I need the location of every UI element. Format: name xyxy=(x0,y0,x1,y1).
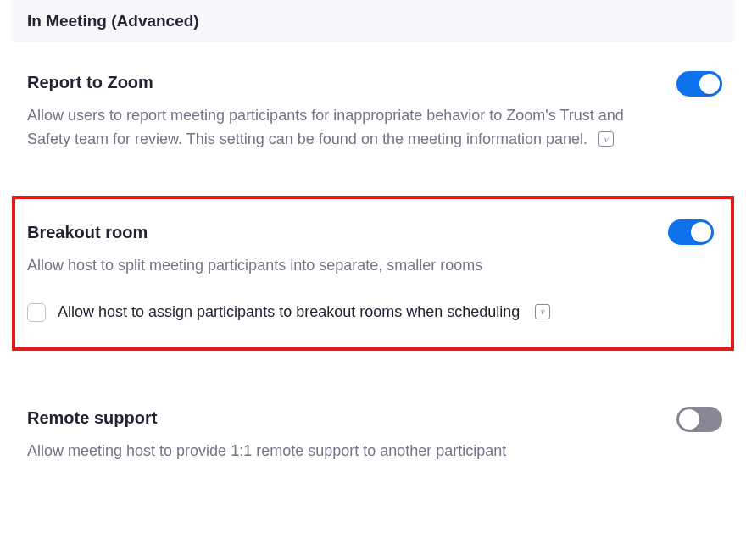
remote-support-title: Remote support xyxy=(27,408,719,428)
breakout-sub-option: Allow host to assign participants to bre… xyxy=(27,303,719,322)
setting-remote-support: Remote support Allow meeting host to pro… xyxy=(12,400,734,487)
spacer xyxy=(0,371,746,400)
assign-when-scheduling-label: Allow host to assign participants to bre… xyxy=(58,303,520,321)
toggle-knob xyxy=(679,409,699,430)
breakout-toggle[interactable] xyxy=(668,219,714,245)
remote-support-toggle[interactable] xyxy=(676,407,722,432)
report-title: Report to Zoom xyxy=(27,73,719,92)
assign-when-scheduling-checkbox[interactable] xyxy=(27,303,46,322)
remote-support-description: Allow meeting host to provide 1:1 remote… xyxy=(27,440,637,463)
breakout-description: Allow host to split meeting participants… xyxy=(27,254,637,278)
toggle-knob xyxy=(699,74,720,94)
setting-report-to-zoom: Report to Zoom Allow users to report mee… xyxy=(12,64,734,175)
breakout-title: Breakout room xyxy=(27,223,719,242)
section-title: In Meeting (Advanced) xyxy=(27,12,199,30)
section-header: In Meeting (Advanced) xyxy=(12,0,734,42)
info-icon[interactable]: v xyxy=(598,131,614,147)
toggle-knob xyxy=(691,222,711,242)
setting-breakout-room: Breakout room Allow host to split meetin… xyxy=(20,223,726,322)
report-toggle[interactable] xyxy=(676,71,722,97)
breakout-highlight-box: Breakout room Allow host to split meetin… xyxy=(12,196,734,351)
report-description: Allow users to report meeting participan… xyxy=(27,104,637,152)
info-icon[interactable]: v xyxy=(535,304,550,319)
